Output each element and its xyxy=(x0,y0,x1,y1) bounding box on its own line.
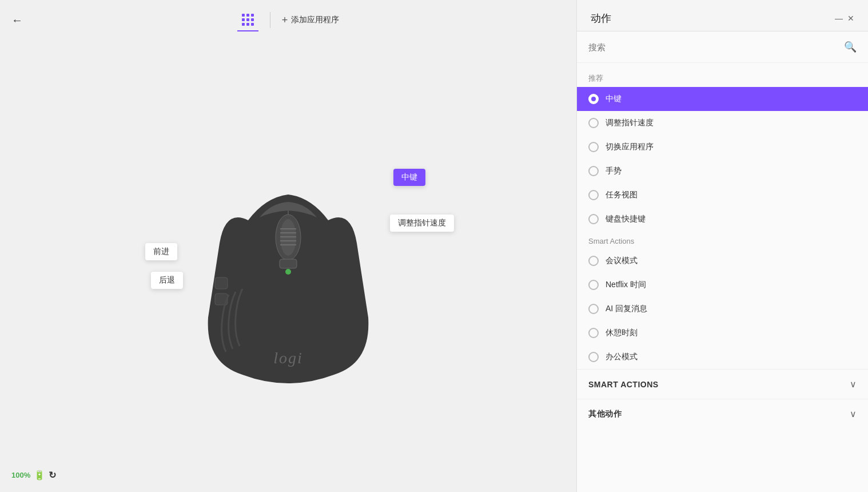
action-label-bangong: 办公模式 xyxy=(606,352,638,362)
mouse-visual: logi 中键 调整指针速度 前进 后退 xyxy=(168,117,408,415)
radio-zhongjian xyxy=(588,94,599,104)
minimize-button[interactable]: — xyxy=(835,15,842,22)
mouse-area: logi 中键 调整指针速度 前进 后退 xyxy=(0,40,576,492)
radio-ai xyxy=(588,304,599,314)
radio-shoushi xyxy=(588,166,599,176)
back-button[interactable]: ← xyxy=(11,14,23,27)
action-label-xiuxian: 休憩时刻 xyxy=(606,328,638,338)
tooltip-back[interactable]: 后退 xyxy=(151,272,183,289)
grid-dot xyxy=(242,14,245,17)
action-label-zhongjian: 中键 xyxy=(606,94,622,104)
top-bar: ← xyxy=(0,0,576,40)
action-item-xiuxian[interactable]: 休憩时刻 xyxy=(577,321,868,345)
recommended-items: 中键 调整指针速度 切换应用程序 手势 任务视图 键盘快捷键 xyxy=(577,87,868,231)
action-label-tiaozheng: 调整指针速度 xyxy=(606,118,654,128)
action-item-bangong[interactable]: 办公模式 xyxy=(577,345,868,369)
svg-point-3 xyxy=(280,219,296,256)
battery-bar: 100% 🔋 ↻ xyxy=(11,470,56,481)
search-input[interactable] xyxy=(588,42,838,52)
action-item-huiyi[interactable]: 会议模式 xyxy=(577,249,868,273)
recommended-section-label: 推荐 xyxy=(577,68,868,87)
action-item-jianpan[interactable]: 键盘快捷键 xyxy=(577,207,868,231)
svg-text:logi: logi xyxy=(273,349,303,367)
tooltip-forward[interactable]: 前进 xyxy=(145,243,177,260)
battery-icon: 🔋 xyxy=(34,470,45,481)
left-panel: ← xyxy=(0,0,576,492)
radio-tiaozheng xyxy=(588,118,599,128)
top-center-controls: + 添加应用程序 xyxy=(237,9,340,31)
grid-dot xyxy=(246,18,249,21)
grid-dot xyxy=(242,23,245,26)
radio-netflix xyxy=(588,280,599,290)
action-item-ai[interactable]: AI 回复消息 xyxy=(577,297,868,321)
smart-actions-chevron: ∨ xyxy=(850,379,857,390)
svg-rect-9 xyxy=(280,259,297,268)
smart-actions-collapse-label: SMART ACTIONS xyxy=(588,380,659,389)
action-label-qiehuan: 切换应用程序 xyxy=(606,142,654,152)
mouse-svg: logi xyxy=(168,117,408,415)
battery-percent: 100% xyxy=(11,471,30,479)
sync-icon: ↻ xyxy=(49,470,56,481)
other-actions-collapse-label: 其他动作 xyxy=(588,409,622,419)
action-label-netflix: Netflix 时间 xyxy=(606,280,646,290)
search-area: 🔍 xyxy=(577,31,868,63)
close-button[interactable]: ✕ xyxy=(847,15,854,22)
grid-dot xyxy=(251,18,254,21)
grid-dot xyxy=(251,14,254,17)
right-panel: 动作 — ✕ 🔍 推荐 中键 调整指针速度 xyxy=(576,0,868,492)
radio-xiuxian xyxy=(588,328,599,338)
plus-icon: + xyxy=(282,14,288,26)
grid-dot xyxy=(242,18,245,21)
action-item-shoushi[interactable]: 手势 xyxy=(577,159,868,183)
grid-dot xyxy=(246,23,249,26)
action-label-jianpan: 键盘快捷键 xyxy=(606,214,646,224)
smart-actions-section-label: Smart Actions xyxy=(577,231,868,249)
radio-bangong xyxy=(588,352,599,362)
window-controls: — ✕ xyxy=(835,15,854,22)
smart-actions-collapse[interactable]: SMART ACTIONS ∨ xyxy=(577,369,868,399)
other-actions-collapse[interactable]: 其他动作 ∨ xyxy=(577,399,868,428)
top-divider xyxy=(270,12,270,28)
panel-title: 动作 xyxy=(591,11,611,25)
add-app-button[interactable]: + 添加应用程序 xyxy=(282,14,340,26)
panel-header: 动作 — ✕ xyxy=(577,0,868,31)
grid-view-button[interactable] xyxy=(237,9,258,31)
radio-renwu xyxy=(588,190,599,200)
action-item-qiehuan[interactable]: 切换应用程序 xyxy=(577,135,868,159)
action-list: 推荐 中键 调整指针速度 切换应用程序 手势 任务视图 xyxy=(577,63,868,492)
svg-point-10 xyxy=(285,269,291,275)
grid-dot xyxy=(251,23,254,26)
grid-dot xyxy=(246,14,249,17)
svg-rect-11 xyxy=(215,277,228,289)
action-item-zhongjian[interactable]: 中键 xyxy=(577,87,868,111)
action-label-ai: AI 回复消息 xyxy=(606,304,647,314)
action-item-renwu[interactable]: 任务视图 xyxy=(577,183,868,207)
smart-action-items: 会议模式 Netflix 时间 AI 回复消息 休憩时刻 办公模式 xyxy=(577,249,868,369)
radio-huiyi xyxy=(588,256,599,266)
radio-qiehuan xyxy=(588,142,599,152)
other-actions-chevron: ∨ xyxy=(850,408,857,419)
action-item-netflix[interactable]: Netflix 时间 xyxy=(577,273,868,297)
action-item-tiaozheng[interactable]: 调整指针速度 xyxy=(577,111,868,135)
tooltip-middle[interactable]: 中键 xyxy=(393,169,425,186)
tooltip-speed[interactable]: 调整指针速度 xyxy=(390,215,454,232)
add-app-label: 添加应用程序 xyxy=(291,15,339,25)
action-label-shoushi: 手势 xyxy=(606,166,622,176)
radio-jianpan xyxy=(588,214,599,224)
search-button[interactable]: 🔍 xyxy=(844,41,857,53)
action-label-huiyi: 会议模式 xyxy=(606,256,638,266)
action-label-renwu: 任务视图 xyxy=(606,190,638,200)
